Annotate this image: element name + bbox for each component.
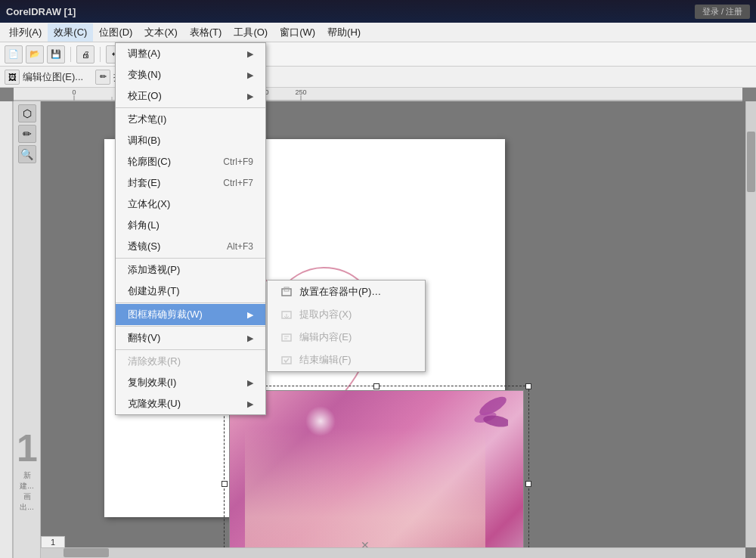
scrollbar-horizontal[interactable] bbox=[41, 547, 745, 558]
scrollbar-vertical[interactable] bbox=[745, 101, 756, 547]
menu-bevel[interactable]: 斜角(L) bbox=[116, 215, 265, 236]
submenu-finish-edit[interactable]: 结束编辑(F) bbox=[268, 349, 425, 371]
finish-edit-icon-svg bbox=[280, 354, 293, 366]
sep2 bbox=[116, 258, 265, 259]
envelope-shortcut: Ctrl+F7 bbox=[223, 178, 253, 188]
correct-arrow: ▶ bbox=[247, 91, 253, 101]
new-btn[interactable]: 📄 bbox=[5, 45, 23, 64]
menu-transform[interactable]: 变换(N) ▶ bbox=[116, 64, 265, 85]
menu-bar: 排列(A) 效果(C) 位图(D) 文本(X) 表格(T) 工具(O) 窗口(W… bbox=[0, 23, 756, 42]
topright-buttons: 登录 / 注册 bbox=[695, 0, 756, 23]
menu-xiaoguo[interactable]: 效果(C) bbox=[48, 23, 93, 42]
canvas-image-container bbox=[229, 390, 524, 558]
menu-lens[interactable]: 透镜(S) Alt+F3 bbox=[116, 236, 265, 257]
svg-text:0: 0 bbox=[72, 88, 76, 96]
menu-artstroke[interactable]: 艺术笔(I) bbox=[116, 109, 265, 130]
sep3 bbox=[116, 302, 265, 303]
page-tab-1[interactable]: 1 bbox=[41, 536, 65, 547]
menu-cleareffect[interactable]: 清除效果(R) bbox=[116, 351, 265, 372]
draw-label: 画出... bbox=[17, 491, 37, 513]
menu-addperspective[interactable]: 添加透视(P) bbox=[116, 259, 265, 281]
effect-menu[interactable]: 调整(A) ▶ 变换(N) ▶ 校正(O) ▶ 艺术笔(I) 调和(B) 轮廓图… bbox=[115, 42, 266, 415]
transform-arrow: ▶ bbox=[247, 70, 253, 80]
zoom-tool[interactable]: 🔍 bbox=[18, 145, 36, 163]
login-button[interactable]: 登录 / 注册 bbox=[695, 5, 750, 19]
new-label: 新建... bbox=[17, 470, 37, 491]
menu-chuangkou[interactable]: 窗口(W) bbox=[274, 23, 321, 42]
edit-content-icon bbox=[280, 330, 293, 344]
handle-mr bbox=[525, 481, 531, 487]
menu-biaoge[interactable]: 表格(T) bbox=[184, 23, 228, 42]
left-toolbox: ⬡ ✏ 🔍 1 新建... 画出... bbox=[14, 101, 41, 558]
freehand-tool[interactable]: ✏ bbox=[18, 125, 36, 143]
menu-wenben[interactable]: 文本(X) bbox=[138, 23, 183, 42]
toolbar2: 🖼 编辑位图(E)... ✏ 描摹位图(T) ⬜ ✂ ⊞ ≡ bbox=[0, 67, 756, 88]
menu-adjust[interactable]: 调整(A) ▶ bbox=[116, 43, 265, 64]
cloneeffect-arrow: ▶ bbox=[247, 399, 253, 409]
menu-blend[interactable]: 调和(B) bbox=[116, 130, 265, 151]
menu-cloneeffect[interactable]: 克隆效果(U) ▶ bbox=[116, 393, 265, 414]
finish-edit-icon bbox=[280, 353, 293, 367]
edit-bitmap-icon[interactable]: 🖼 bbox=[5, 70, 20, 85]
adjust-arrow: ▶ bbox=[247, 49, 253, 59]
submenu-place-in-container[interactable]: 放置在容器中(P)… bbox=[268, 281, 425, 303]
rollover-arrow: ▶ bbox=[247, 333, 253, 343]
powerpaste-arrow: ▶ bbox=[247, 310, 253, 320]
scrollbar-v-thumb[interactable] bbox=[747, 132, 755, 192]
powerpaste-submenu[interactable]: 放置在容器中(P)… 提取内容(X) 编辑内容(E) bbox=[267, 280, 426, 372]
menu-createboundary[interactable]: 创建边界(T) bbox=[116, 281, 265, 302]
lens-shortcut: Alt+F3 bbox=[227, 241, 253, 252]
handle-tr bbox=[525, 383, 531, 389]
copyeffect-arrow: ▶ bbox=[247, 378, 253, 388]
extract-icon-svg bbox=[280, 308, 293, 321]
contour-shortcut: Ctrl+F9 bbox=[223, 157, 253, 167]
open-btn[interactable]: 📂 bbox=[26, 45, 44, 64]
menu-weitu[interactable]: 位图(D) bbox=[93, 23, 138, 42]
extract-icon bbox=[280, 308, 293, 321]
sep1 bbox=[70, 47, 71, 62]
sep2 bbox=[100, 47, 101, 62]
edit-bitmap-label[interactable]: 编辑位图(E)... bbox=[23, 70, 83, 84]
edit-content-icon-svg bbox=[280, 331, 293, 343]
menu-envelope[interactable]: 封套(E) Ctrl+F7 bbox=[116, 172, 265, 194]
page-number-display: 1 bbox=[17, 429, 37, 467]
sep5 bbox=[116, 349, 265, 350]
menu-copyeffect[interactable]: 复制效果(I) ▶ bbox=[116, 372, 265, 393]
canvas-page-info: 1 新建... 画出... bbox=[17, 429, 37, 513]
svg-rect-23 bbox=[282, 334, 291, 341]
svg-text:250: 250 bbox=[295, 88, 306, 96]
submenu-edit-content[interactable]: 编辑内容(E) bbox=[268, 326, 425, 349]
save-btn[interactable]: 💾 bbox=[47, 45, 65, 64]
trace-icon[interactable]: ✏ bbox=[95, 70, 110, 85]
submenu-extract-content[interactable]: 提取内容(X) bbox=[268, 303, 425, 326]
place-icon-svg bbox=[280, 286, 293, 298]
app-title: CorelDRAW [1] bbox=[6, 6, 76, 17]
title-bar: CorelDRAW [1] 登录 / 注册 bbox=[0, 0, 756, 23]
toolbar1: 📄 📂 💾 🖨 ↩ ↪ IR @ 贴齐 ✦ bbox=[0, 42, 756, 67]
menu-bangzhu[interactable]: 帮助(H) bbox=[321, 23, 367, 42]
sep1 bbox=[116, 107, 265, 108]
ruler-v-svg bbox=[0, 101, 14, 558]
face-area bbox=[245, 428, 485, 558]
print-btn[interactable]: 🖨 bbox=[76, 45, 94, 64]
ruler-vertical bbox=[0, 101, 14, 558]
sep4 bbox=[116, 326, 265, 327]
menu-rollover[interactable]: 翻转(V) ▶ bbox=[116, 327, 265, 349]
place-container-icon bbox=[280, 285, 293, 299]
select-tool[interactable]: ⬡ bbox=[18, 104, 36, 122]
menu-powerpaste[interactable]: 图框精确剪裁(W) ▶ bbox=[116, 304, 265, 325]
menu-extrude[interactable]: 立体化(X) bbox=[116, 194, 265, 215]
menu-contour[interactable]: 轮廓图(C) Ctrl+F9 bbox=[116, 151, 265, 172]
scrollbar-h-thumb[interactable] bbox=[64, 548, 109, 557]
menu-pailie[interactable]: 排列(A) bbox=[3, 23, 48, 42]
page-tabs-area: 1 bbox=[41, 535, 65, 547]
svg-rect-20 bbox=[284, 287, 289, 291]
menu-correct[interactable]: 校正(O) ▶ bbox=[116, 85, 265, 107]
menu-gongju[interactable]: 工具(O) bbox=[228, 23, 274, 42]
